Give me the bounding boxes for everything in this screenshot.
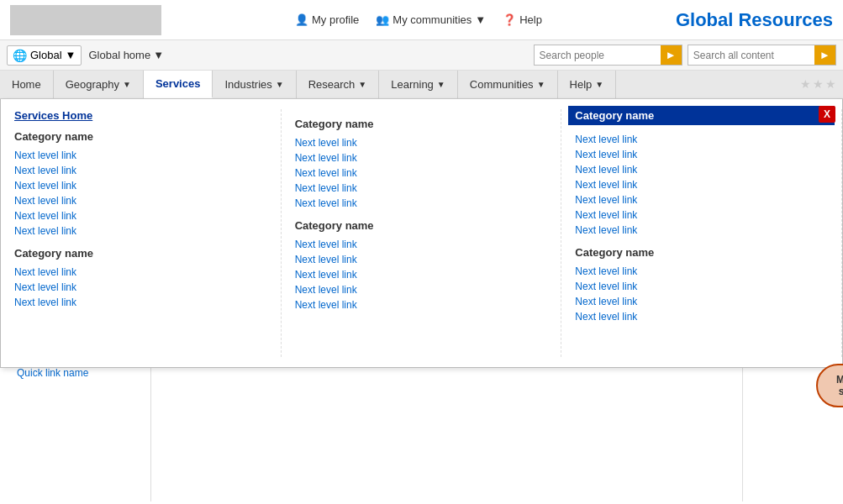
nav-bar-wrapper: Home Geography ▼ Services Industries ▼ R… (0, 71, 843, 99)
globe-icon: 🌐 (13, 49, 27, 62)
help-nav-caret: ▼ (595, 80, 603, 89)
nav-services[interactable]: Services (144, 71, 213, 98)
mega-link[interactable]: Next level link (575, 177, 828, 192)
mega-col-3: Category name Next level link Next level… (561, 109, 842, 357)
mega-link[interactable]: Next level link (295, 282, 548, 297)
mega-link[interactable]: Next level link (575, 132, 828, 147)
mega-close-button[interactable]: X (819, 106, 835, 123)
mega-link[interactable]: Next level link (14, 208, 267, 223)
geography-caret: ▼ (123, 80, 131, 89)
mega-link[interactable]: Next level link (295, 252, 548, 267)
mega-cat-2-title: Category name (14, 247, 267, 260)
mega-link[interactable]: Next level link (295, 297, 548, 312)
home-caret: ▼ (153, 49, 164, 61)
person-icon: 👤 (295, 13, 308, 26)
my-communities-link[interactable]: 👥 My communities ▼ (376, 13, 486, 26)
nav-research[interactable]: Research ▼ (297, 71, 380, 98)
mega-link[interactable]: Next level link (575, 264, 828, 279)
mega-link[interactable]: Next level link (295, 237, 548, 252)
mega-col-1: Services Home Category name Next level l… (1, 109, 282, 357)
second-bar: 🌐 Global ▼ Global home ▼ ► ► (0, 40, 843, 71)
mega-link[interactable]: Next level link (575, 192, 828, 207)
mega-link[interactable]: Next level link (14, 193, 267, 208)
nav-help[interactable]: Help ▼ (558, 71, 617, 98)
mega-link[interactable]: Next level link (575, 147, 828, 162)
mega-link[interactable]: Next level link (14, 280, 267, 295)
star-1[interactable]: ★ (800, 77, 811, 91)
research-caret: ▼ (358, 80, 366, 89)
search-all-input[interactable] (688, 47, 814, 64)
mega-link[interactable]: Next level link (295, 135, 548, 150)
brand-logo: Global Resources (676, 9, 833, 31)
top-nav: 👤 My profile 👥 My communities ▼ ❓ Help (295, 13, 542, 26)
help-top-link[interactable]: ❓ Help (503, 13, 542, 26)
communities-nav-caret: ▼ (537, 80, 545, 89)
star-3[interactable]: ★ (825, 77, 836, 91)
help-circle-icon: ❓ (503, 13, 516, 26)
mega-link[interactable]: Next level link (295, 150, 548, 165)
stars-area: ★ ★ ★ (800, 77, 836, 91)
mega-link[interactable]: Next level link (14, 223, 267, 239)
mega-link[interactable]: Next level link (575, 223, 828, 238)
nav-geography[interactable]: Geography ▼ (54, 71, 144, 98)
nav-learning[interactable]: Learning ▼ (379, 71, 458, 98)
top-bar: 👤 My profile 👥 My communities ▼ ❓ Help G… (0, 0, 843, 40)
search-all-btn[interactable]: ► (814, 45, 835, 65)
search-people-btn[interactable]: ► (661, 45, 682, 65)
search-all-box: ► (688, 45, 836, 66)
mega-link[interactable]: Next level link (575, 207, 828, 223)
mega-link[interactable]: Next level link (575, 309, 828, 324)
my-profile-link[interactable]: 👤 My profile (295, 13, 359, 26)
callout-text: Mega menus for site collections (836, 374, 843, 397)
mega-link[interactable]: Next level link (14, 148, 267, 163)
services-home-link[interactable]: Services Home (14, 109, 267, 122)
search-people-input[interactable] (535, 47, 661, 64)
search-people-box: ► (534, 45, 682, 66)
mega-link[interactable]: Next level link (575, 162, 828, 177)
mega-col3-cat1-title: Category name (568, 106, 835, 125)
mega-col2-cat2-title: Category name (295, 219, 548, 232)
logo-placeholder (10, 5, 161, 35)
mega-link[interactable]: Next level link (575, 279, 828, 294)
communities-caret: ▼ (475, 13, 486, 26)
mega-link[interactable]: Next level link (14, 163, 267, 178)
nav-bar: Home Geography ▼ Services Industries ▼ R… (0, 71, 843, 99)
mega-link[interactable]: Next level link (295, 196, 548, 211)
mega-col2-cat1-title: Category name (295, 118, 548, 130)
mega-col3-cat2-title: Category name (575, 246, 828, 259)
mega-link[interactable]: Next level link (295, 267, 548, 282)
mega-link[interactable]: Next level link (295, 181, 548, 196)
nav-home[interactable]: Home (0, 71, 54, 98)
industries-caret: ▼ (276, 80, 284, 89)
global-selector[interactable]: 🌐 Global ▼ (7, 45, 82, 66)
global-caret: ▼ (66, 49, 76, 61)
mega-menu: Services Home Category name Next level l… (0, 99, 843, 368)
people-icon: 👥 (376, 13, 389, 26)
global-home-link[interactable]: Global home ▼ (88, 49, 164, 61)
learning-caret: ▼ (437, 80, 445, 89)
mega-link[interactable]: Next level link (295, 165, 548, 181)
search-group: ► ► (534, 45, 836, 66)
mega-link[interactable]: Next level link (14, 178, 267, 193)
mega-cat-1-title: Category name (14, 130, 267, 143)
star-2[interactable]: ★ (813, 77, 824, 91)
mega-col-2: Category name Next level link Next level… (282, 109, 562, 357)
nav-communities[interactable]: Communities ▼ (458, 71, 558, 98)
nav-industries[interactable]: Industries ▼ (213, 71, 296, 98)
mega-link[interactable]: Next level link (14, 265, 267, 280)
mega-link[interactable]: Next level link (14, 295, 267, 310)
mega-link[interactable]: Next level link (575, 294, 828, 309)
